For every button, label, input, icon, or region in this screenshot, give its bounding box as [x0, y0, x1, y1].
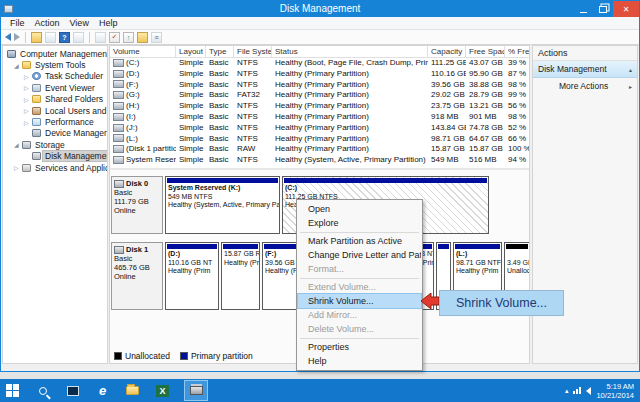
minimize-button[interactable]	[573, 1, 593, 17]
table-row[interactable]: (Disk 1 partition 2) Simple Basic RAW He…	[110, 144, 529, 155]
partition-raw[interactable]: 15.87 GB RA Healthy (Pr	[221, 242, 260, 310]
tree-item[interactable]: ▷ Task Scheduler	[3, 71, 107, 82]
expand-arrow-icon[interactable]: ◢	[14, 141, 22, 148]
forward-icon[interactable]	[14, 33, 20, 41]
disk-management-taskbar-button[interactable]	[184, 380, 208, 401]
table-header-cell[interactable]: Volume	[110, 46, 176, 57]
menu-item[interactable]: Mark Partition as Active	[298, 234, 421, 248]
tree-item[interactable]: ▷ Services and Applications	[3, 162, 107, 173]
table-row[interactable]: (G:) Simple Basic FAT32 Healthy (Primary…	[110, 90, 529, 101]
tray-expand-icon[interactable]: ▴	[565, 387, 569, 395]
partition-status: Unallocat	[505, 267, 529, 276]
tree-item[interactable]: ▷ Event Viewer	[3, 82, 107, 93]
volume-cell: System Reserved (K:)	[110, 155, 176, 166]
menu-item[interactable]: Delete Volume...	[298, 322, 421, 336]
table-row[interactable]: (F:) Simple Basic NTFS Healthy (Primary …	[110, 80, 529, 91]
menu-item[interactable]: Format...	[298, 262, 421, 276]
table-header-cell[interactable]: Status	[272, 46, 428, 57]
menu-item[interactable]: Properties	[298, 340, 421, 354]
expand-arrow-icon[interactable]: ▷	[24, 96, 32, 103]
help-icon[interactable]: ?	[59, 32, 70, 43]
partition-d[interactable]: (D:) 110.16 GB NT Healthy (Prim	[165, 242, 219, 310]
table-header-cell[interactable]: File System	[234, 46, 272, 57]
menu-item[interactable]	[298, 230, 421, 234]
tree-item[interactable]: ◢ System Tools	[3, 59, 107, 70]
menubar-item[interactable]: File	[5, 18, 30, 28]
disk1-type: Basic	[114, 254, 160, 263]
actions-header: Actions	[533, 46, 637, 61]
freespace-cell: 38.88 GB	[466, 80, 505, 91]
table-header-cell[interactable]: Type	[206, 46, 234, 57]
menu-item[interactable]: Add Mirror...	[298, 308, 421, 322]
start-button[interactable]	[4, 382, 21, 399]
disk0-label[interactable]: Disk 0 Basic 111.79 GB Online	[111, 176, 163, 234]
expand-arrow-icon[interactable]: ▷	[24, 73, 32, 80]
disk0-state: Online	[114, 206, 160, 215]
table-header-cell[interactable]: Free Space	[466, 46, 505, 57]
collapse-icon[interactable]: ▴	[629, 66, 632, 73]
toolbar-separator	[89, 32, 90, 43]
table-row[interactable]: (I:) Simple Basic NTFS Healthy (Primary …	[110, 112, 529, 123]
actions-group-disk-management[interactable]: Disk Management ▴	[533, 61, 637, 78]
menu-item[interactable]: Open	[298, 202, 421, 216]
partition-title: (D:)	[166, 250, 218, 259]
menubar-item[interactable]: View	[65, 18, 94, 28]
tree-item[interactable]: ▷ Local Users and Groups	[3, 105, 107, 116]
details-view-icon[interactable]: ≡	[151, 32, 162, 43]
table-row[interactable]: System Reserved (K:) Simple Basic NTFS H…	[110, 155, 529, 166]
check-document-icon[interactable]: ✓	[109, 32, 120, 43]
back-icon[interactable]	[5, 33, 11, 41]
excel-button[interactable]: X	[154, 382, 171, 399]
expand-arrow-icon[interactable]: ◢	[14, 62, 22, 69]
volume-cell: (J:)	[110, 123, 176, 134]
taskbar-clock[interactable]: 5:19 AM 10/21/2014	[596, 382, 636, 400]
menu-item[interactable]: Explore	[298, 216, 421, 230]
expand-arrow-icon[interactable]: ▷	[14, 164, 22, 171]
search-button[interactable]	[34, 382, 51, 399]
tree-item[interactable]: Device Manager	[3, 128, 107, 139]
table-header-cell[interactable]: % Free	[505, 46, 530, 57]
more-actions[interactable]: More Actions ▸	[533, 78, 637, 94]
layout-cell: Simple	[176, 80, 206, 91]
tree-item[interactable]: Disk Management	[3, 151, 107, 162]
table-header-cell[interactable]: Capacity	[428, 46, 466, 57]
titlebar[interactable]: Disk Management ✕	[1, 1, 639, 17]
expand-arrow-icon[interactable]: ▷	[24, 119, 32, 126]
menu-item[interactable]: Change Drive Letter and Paths...	[298, 248, 421, 262]
menu-item[interactable]: Help	[298, 354, 421, 368]
internet-explorer-button[interactable]: e	[94, 382, 111, 399]
tree-item[interactable]: Computer Management (Local	[3, 48, 107, 59]
disk1-label[interactable]: Disk 1 Basic 465.76 GB Online	[111, 242, 163, 310]
menu-item[interactable]: Shrink Volume...	[298, 294, 421, 308]
table-row[interactable]: (D:) Simple Basic NTFS Healthy (Primary …	[110, 69, 529, 80]
file-explorer-button[interactable]	[124, 382, 141, 399]
tree-item[interactable]: ▷ Shared Folders	[3, 94, 107, 105]
tree-item[interactable]: ◢ Storage	[3, 139, 107, 150]
table-row[interactable]: (H:) Simple Basic NTFS Healthy (Primary …	[110, 101, 529, 112]
close-button[interactable]: ✕	[613, 1, 639, 17]
menu-item[interactable]	[298, 276, 421, 280]
action-tool-icon[interactable]	[95, 32, 106, 43]
menu-item[interactable]: Extend Volume...	[298, 280, 421, 294]
table-row[interactable]: (C:) Simple Basic NTFS Healthy (Boot, Pa…	[110, 58, 529, 69]
desktop[interactable]	[0, 372, 640, 379]
menu-item[interactable]	[298, 336, 421, 340]
show-window-icon[interactable]	[45, 32, 56, 43]
table-row[interactable]: (L:) Simple Basic NTFS Healthy (Primary …	[110, 134, 529, 145]
expand-arrow-icon[interactable]: ▷	[24, 84, 32, 91]
properties-folder-icon[interactable]	[137, 32, 148, 43]
console-window-icon[interactable]	[73, 32, 84, 43]
volume-icon[interactable]	[586, 387, 591, 395]
tree-item[interactable]: ▷ Performance	[3, 116, 107, 127]
restore-button[interactable]	[593, 1, 613, 17]
table-header-cell[interactable]: Layout	[176, 46, 206, 57]
task-view-button[interactable]	[64, 382, 81, 399]
menubar-item[interactable]: Help	[94, 18, 123, 28]
up-document-icon[interactable]: ↑	[123, 32, 134, 43]
network-icon[interactable]	[573, 387, 581, 394]
export-list-icon[interactable]	[31, 32, 42, 43]
expand-arrow-icon[interactable]: ▷	[24, 107, 32, 114]
menubar-item[interactable]: Action	[30, 18, 65, 28]
partition-system-reserved[interactable]: System Reserved (K:) 549 MB NTFS Healthy…	[165, 176, 280, 234]
table-row[interactable]: (J:) Simple Basic NTFS Healthy (Primary …	[110, 123, 529, 134]
